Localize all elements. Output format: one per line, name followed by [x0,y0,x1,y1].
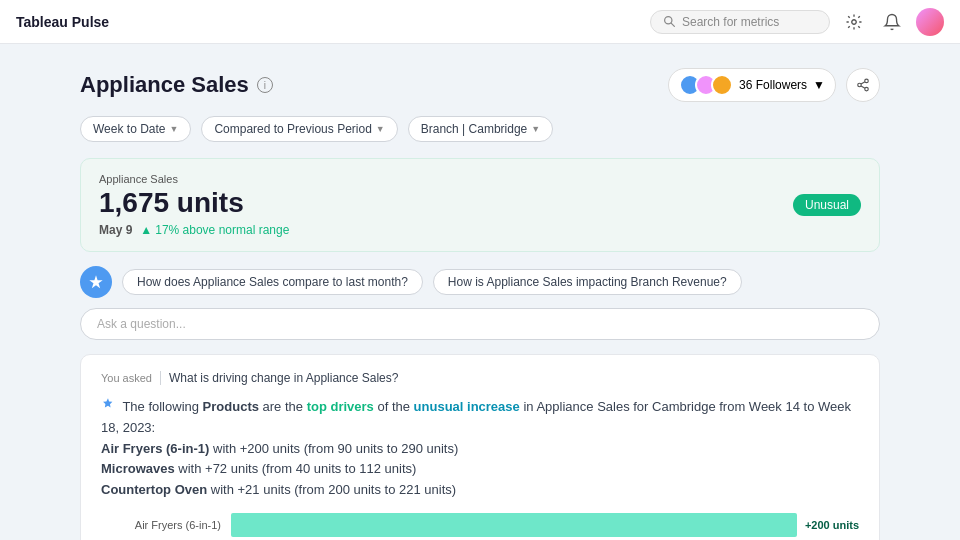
answer-card: You asked What is driving change in Appl… [80,354,880,540]
item-2-name: Microwaves [101,461,175,476]
sparkle-inline-icon [101,397,115,411]
svg-point-3 [865,79,869,83]
title-row: Appliance Sales i [80,72,273,98]
chevron-icon: ▼ [531,124,540,134]
top-drivers-text: top drivers [307,399,374,414]
item-3-name: Countertop Oven [101,482,207,497]
svg-line-7 [861,82,865,84]
search-bar[interactable]: Search for metrics [650,10,830,34]
notifications-button[interactable] [878,8,906,36]
bar-row-1: Air Fryers (6-in-1) +200 units [101,513,859,537]
metric-change: ▲ 17% above normal range [140,223,289,237]
item-3-detail: with +21 units (from 200 units to 221 un… [207,482,456,497]
metric-left: Appliance Sales 1,675 units May 9 ▲ 17% … [99,173,289,237]
ask-placeholder: Ask a question... [97,317,186,331]
svg-point-4 [858,83,862,87]
ask-question-bar[interactable]: Ask a question... [80,308,880,340]
followers-avatars [679,74,733,96]
metric-value: 1,675 units [99,187,289,219]
user-avatar[interactable] [916,8,944,36]
you-asked-row: You asked What is driving change in Appl… [101,371,859,385]
bar-fill-1 [231,513,797,537]
metric-label: Appliance Sales [99,173,289,185]
chevron-down-icon: ▼ [813,78,825,92]
svg-point-5 [865,87,869,91]
up-arrow-icon: ▲ [140,223,152,237]
page-title: Appliance Sales [80,72,249,98]
unusual-badge: Unusual [793,194,861,216]
divider [160,371,161,385]
answer-text: The following Products are the top drive… [101,397,859,501]
settings-button[interactable] [840,8,868,36]
svg-line-1 [671,23,674,26]
followers-count: 36 Followers [739,78,807,92]
suggestion-chip-1[interactable]: How does Appliance Sales compare to last… [122,269,423,295]
main-content: Appliance Sales i 36 Followers ▼ [0,44,960,540]
search-placeholder: Search for metrics [682,15,779,29]
followers-button[interactable]: 36 Followers ▼ [668,68,836,102]
item-2-detail: with +72 units (from 40 units to 112 uni… [175,461,417,476]
sparkle-icon [88,274,104,290]
filter-week-to-date[interactable]: Week to Date ▼ [80,116,191,142]
svg-line-6 [861,86,865,88]
bar-chart: Air Fryers (6-in-1) +200 units Microwave… [101,513,859,540]
search-icon [663,15,676,28]
nav-right: Search for metrics [650,8,944,36]
page-header: Appliance Sales i 36 Followers ▼ [80,68,880,102]
metric-card: Appliance Sales 1,675 units May 9 ▲ 17% … [80,158,880,252]
bold-products: Products [203,399,259,414]
svg-point-2 [852,19,857,24]
ai-suggestions: How does Appliance Sales compare to last… [80,266,880,298]
filter-branch[interactable]: Branch | Cambridge ▼ [408,116,553,142]
unusual-increase-text: unusual increase [414,399,520,414]
you-asked-label: You asked [101,372,152,384]
follower-avatar-3 [711,74,733,96]
you-asked-question: What is driving change in Appliance Sale… [169,371,398,385]
filter-comparison[interactable]: Compared to Previous Period ▼ [201,116,397,142]
bar-label-1: Air Fryers (6-in-1) [101,519,221,531]
bell-icon [883,13,901,31]
bar-value-1: +200 units [805,519,859,531]
metric-date: May 9 [99,223,132,237]
bar-track-1: +200 units [231,513,859,537]
header-actions: 36 Followers ▼ [668,68,880,102]
suggestion-chip-2[interactable]: How is Appliance Sales impacting Branch … [433,269,742,295]
share-icon [856,78,870,92]
filters-row: Week to Date ▼ Compared to Previous Peri… [80,116,880,142]
chevron-icon: ▼ [169,124,178,134]
share-button[interactable] [846,68,880,102]
settings-icon [845,13,863,31]
app-logo: Tableau Pulse [16,14,109,30]
info-icon[interactable]: i [257,77,273,93]
top-nav: Tableau Pulse Search for metrics [0,0,960,44]
ai-button[interactable] [80,266,112,298]
item-1-name: Air Fryers (6-in-1) [101,441,209,456]
metric-date-row: May 9 ▲ 17% above normal range [99,223,289,237]
chevron-icon: ▼ [376,124,385,134]
item-1-detail: with +200 units (from 90 units to 290 un… [209,441,458,456]
